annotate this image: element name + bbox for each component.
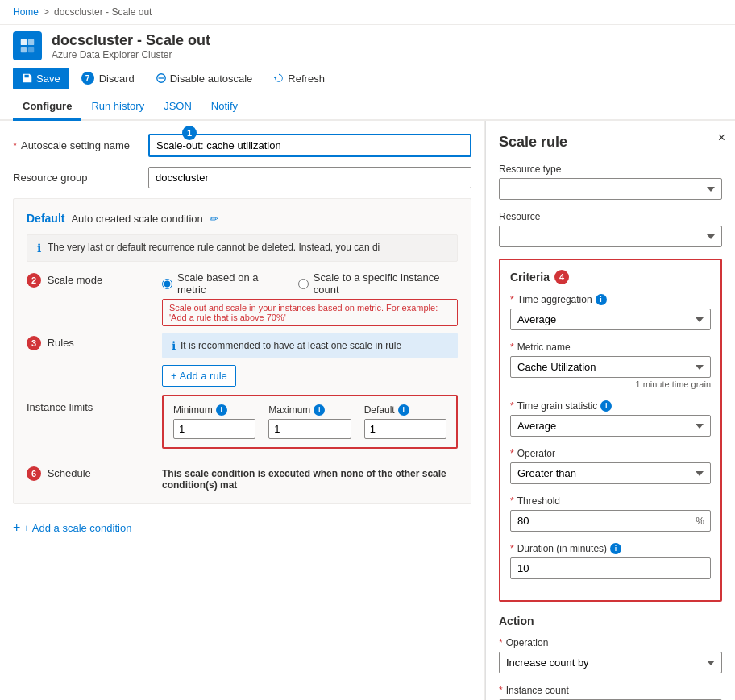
discard-button[interactable]: 7 Discard [73, 67, 143, 89]
autoscale-name-row: 1 * Autoscale setting name [13, 134, 471, 157]
breadcrumb-home[interactable]: Home [13, 6, 39, 18]
discard-badge: 7 [81, 72, 94, 85]
recommendation-box: ℹ It is recommended to have at least one… [162, 333, 458, 358]
resource-group-input[interactable] [148, 167, 471, 188]
instance-count-label: * Instance count [499, 685, 722, 696]
discard-label: Discard [99, 72, 135, 85]
warning-info-icon: ℹ [37, 242, 41, 255]
instance-limits-inputs: Minimum i Maximum i [162, 395, 458, 449]
instance-min-group: Minimum i [173, 404, 255, 439]
refresh-icon [273, 72, 284, 84]
resource-type-select[interactable] [499, 178, 722, 200]
instance-max-input[interactable] [268, 419, 351, 439]
resource-group-label: Resource group [13, 172, 142, 184]
time-grain-select[interactable]: Average Minimum Maximum [510, 415, 711, 437]
operator-label: * Operator [510, 448, 711, 459]
tab-configure[interactable]: Configure [13, 93, 81, 121]
tab-notify[interactable]: Notify [201, 93, 247, 121]
panel-close-button[interactable]: × [718, 130, 725, 145]
cluster-svg-icon [19, 37, 36, 55]
save-icon [22, 72, 33, 84]
instance-min-label: Minimum i [173, 404, 255, 416]
criteria-section: Criteria 4 * Time aggregation i Average … [499, 259, 722, 602]
tabs-bar: Configure Run history JSON Notify [0, 93, 735, 121]
disable-icon [156, 72, 167, 84]
instance-min-info: i [216, 404, 227, 416]
time-agg-group: * Time aggregation i Average Minimum Max… [510, 294, 711, 330]
azure-explorer-icon [13, 31, 42, 60]
threshold-unit: % [696, 516, 704, 527]
step-6-badge: 6 [27, 466, 41, 481]
threshold-input[interactable] [510, 510, 711, 532]
page-header: docscluster - Scale out Azure Data Explo… [0, 25, 735, 64]
page-subtitle: Azure Data Explorer Cluster [52, 49, 210, 60]
delete-warning-text: The very last or default recurrence rule… [48, 242, 380, 253]
add-condition-label: + Add a scale condition [23, 522, 131, 534]
metric-name-select[interactable]: Cache Utilization [510, 356, 711, 378]
duration-group: * Duration (in minutes) i [510, 543, 711, 579]
refresh-label: Refresh [288, 72, 325, 85]
step-4-badge: 4 [554, 270, 569, 284]
add-scale-condition-link[interactable]: + + Add a scale condition [13, 517, 471, 538]
scale-condition-box: Default Auto created scale condition ✏ ℹ… [13, 198, 471, 504]
step-3-badge: 3 [27, 336, 41, 350]
disable-autoscale-button[interactable]: Disable autoscale [147, 68, 262, 89]
left-panel: 1 * Autoscale setting name Resource grou… [0, 121, 485, 700]
step-1-badge: 1 [182, 126, 197, 140]
rules-area: ℹ It is recommended to have at least one… [162, 333, 458, 387]
svg-rect-3 [28, 47, 34, 52]
plus-icon: + [13, 520, 20, 535]
add-rule-label: + Add a rule [171, 370, 227, 382]
tab-run-history[interactable]: Run history [81, 93, 154, 121]
scale-mode-label: 2 Scale mode [27, 271, 156, 288]
rec-text: It is recommended to have at least one s… [181, 340, 401, 351]
metric-name-label: * Metric name [510, 342, 711, 353]
time-agg-label: * Time aggregation i [510, 294, 711, 305]
radio-metric[interactable]: Scale based on a metric [162, 271, 282, 296]
resource-select[interactable] [499, 226, 722, 247]
instance-max-info: i [314, 404, 325, 416]
scale-condition-header: Default Auto created scale condition ✏ [27, 212, 458, 225]
resource-label: Resource [499, 211, 722, 222]
svg-rect-1 [28, 39, 34, 45]
condition-title: Default [27, 212, 64, 225]
instance-min-input[interactable] [173, 419, 255, 439]
time-grain-info-icon: i [600, 400, 612, 412]
refresh-button[interactable]: Refresh [264, 68, 334, 89]
resource-type-label: Resource type [499, 164, 722, 175]
operator-group: * Operator Greater than Greater than or … [510, 448, 711, 484]
time-agg-info-icon: i [596, 294, 607, 305]
add-rule-button[interactable]: + Add a rule [162, 365, 236, 387]
autoscale-name-label: * Autoscale setting name [13, 139, 142, 151]
breadcrumb-sep: > [44, 6, 49, 18]
duration-input[interactable] [510, 557, 711, 579]
operator-select[interactable]: Greater than Greater than or equal to Le… [510, 462, 711, 484]
threshold-label: * Threshold [510, 495, 711, 507]
instance-count-group: * Instance count [499, 685, 722, 700]
scale-mode-badge: 2 [27, 273, 41, 288]
edit-condition-icon[interactable]: ✏ [210, 213, 218, 225]
breadcrumb-current: docscluster - Scale out [54, 6, 152, 18]
instance-default-group: Default i [364, 404, 446, 439]
tab-json[interactable]: JSON [154, 93, 201, 121]
time-grain-group: * Time grain statistic i Average Minimum… [510, 400, 711, 437]
threshold-group: * Threshold % [510, 495, 711, 532]
instance-max-group: Maximum i [268, 404, 351, 439]
delete-warning-box: ℹ The very last or default recurrence ru… [27, 234, 458, 262]
instance-default-label: Default i [364, 404, 446, 416]
svg-rect-0 [21, 39, 27, 45]
time-grain-label: * Time grain statistic i [510, 400, 711, 412]
instance-max-label: Maximum i [268, 404, 351, 416]
save-label: Save [36, 72, 60, 85]
autoscale-name-input[interactable] [148, 134, 471, 157]
time-agg-select[interactable]: Average Minimum Maximum Total Count [510, 309, 711, 330]
metric-hint: 1 minute time grain [510, 379, 711, 389]
page-title: docscluster - Scale out [52, 32, 210, 49]
save-button[interactable]: Save [13, 68, 69, 89]
operation-select[interactable]: Increase count by Decrease count by Incr… [499, 652, 722, 673]
instance-limits-label: Instance limits [27, 395, 156, 413]
schedule-label: 6 Schedule [27, 466, 156, 481]
schedule-text: This scale condition is executed when no… [162, 466, 458, 491]
instance-default-input[interactable] [364, 419, 446, 439]
radio-instance[interactable]: Scale to a specific instance count [298, 271, 458, 296]
